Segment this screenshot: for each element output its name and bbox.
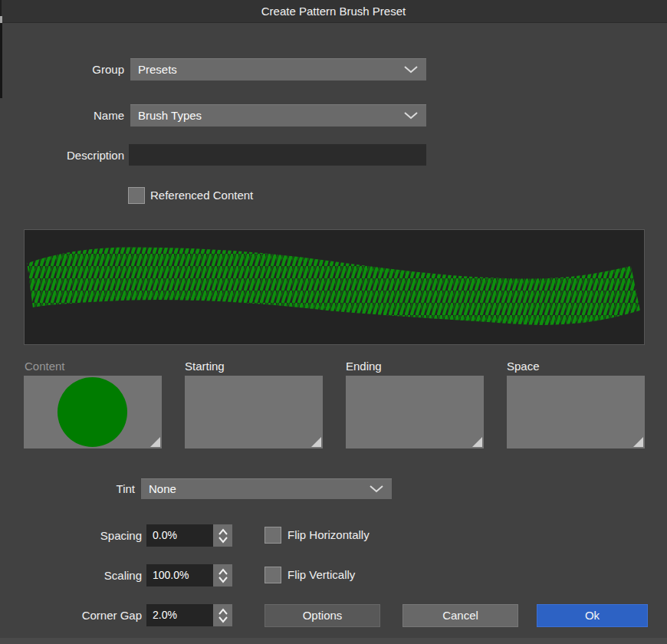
flip-horizontally-label: Flip Horizontally: [288, 526, 441, 544]
ending-thumbnail[interactable]: [346, 376, 484, 449]
resize-corner-icon[interactable]: [311, 437, 321, 447]
flip-vertically-checkbox[interactable]: [264, 567, 281, 583]
starting-thumbnail-label: Starting: [185, 359, 315, 374]
scaling-input[interactable]: 100.0%: [146, 564, 213, 586]
name-label: Name: [31, 104, 124, 127]
dialog-title: Create Pattern Brush Preset: [261, 5, 406, 18]
cancel-button[interactable]: Cancel: [402, 604, 518, 627]
tint-label: Tint: [74, 478, 135, 499]
brush-stroke-band: [29, 249, 638, 323]
dialog-bottom-edge: [0, 638, 667, 644]
stepper-arrows-icon: [218, 568, 228, 583]
spacing-input[interactable]: 0.0%: [146, 524, 213, 547]
dialog-titlebar[interactable]: Create Pattern Brush Preset: [0, 0, 667, 23]
referenced-content-checkbox[interactable]: [128, 187, 145, 204]
corner-gap-label: Corner Gap: [31, 604, 142, 626]
name-dropdown[interactable]: Brush Types: [130, 104, 426, 127]
referenced-content-label: Referenced Content: [150, 186, 319, 205]
group-dropdown[interactable]: Presets: [130, 58, 426, 80]
resize-corner-icon[interactable]: [633, 437, 643, 447]
corner-gap-stepper[interactable]: [213, 604, 232, 626]
space-thumbnail[interactable]: [507, 376, 645, 449]
chevron-down-icon: [370, 485, 383, 493]
stepper-arrows-icon: [218, 608, 228, 623]
space-thumbnail-label: Space: [507, 359, 637, 374]
left-edge-artifact-top: [0, 0, 2, 16]
resize-corner-icon[interactable]: [472, 437, 482, 447]
scaling-label: Scaling: [31, 564, 142, 586]
description-label: Description: [15, 144, 124, 166]
group-dropdown-value: Presets: [138, 63, 177, 76]
description-input[interactable]: [129, 144, 426, 166]
options-button[interactable]: Options: [264, 604, 380, 627]
content-thumbnail[interactable]: [24, 376, 162, 449]
content-thumbnail-label: Content: [25, 359, 155, 374]
left-edge-artifact-notch: [0, 16, 2, 23]
starting-thumbnail[interactable]: [185, 376, 323, 449]
chevron-down-icon: [404, 66, 418, 74]
spacing-label: Spacing: [31, 524, 142, 547]
brush-preview: [24, 229, 645, 345]
spacing-stepper[interactable]: [213, 524, 232, 547]
chevron-down-icon: [404, 112, 418, 120]
name-dropdown-value: Brush Types: [138, 109, 202, 122]
resize-corner-icon[interactable]: [150, 437, 160, 447]
ok-button[interactable]: Ok: [537, 604, 648, 627]
flip-horizontally-checkbox[interactable]: [264, 527, 281, 544]
brush-stroke-preview: [24, 229, 645, 345]
tint-dropdown[interactable]: None: [141, 478, 392, 499]
scaling-stepper[interactable]: [213, 564, 232, 586]
flip-vertically-label: Flip Vertically: [288, 566, 441, 584]
ending-thumbnail-label: Ending: [346, 359, 476, 374]
tint-dropdown-value: None: [149, 482, 176, 495]
corner-gap-input[interactable]: 2.0%: [146, 604, 213, 626]
create-pattern-brush-preset-dialog: Create Pattern Brush Preset Group Preset…: [0, 0, 667, 644]
stepper-arrows-icon: [218, 528, 228, 544]
group-label: Group: [31, 58, 124, 80]
brush-content-circle: [58, 377, 127, 447]
left-edge-artifact: [0, 23, 2, 98]
